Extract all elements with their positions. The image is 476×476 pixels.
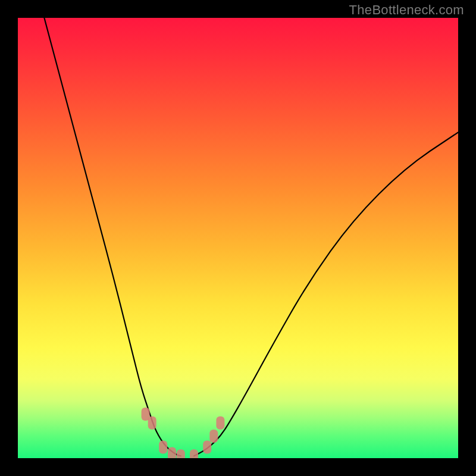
right-arm-path	[194, 132, 458, 456]
basin-marker	[209, 430, 218, 443]
basin-marker	[190, 449, 198, 458]
basin-markers-group	[142, 408, 225, 458]
basin-marker	[203, 441, 211, 454]
basin-marker	[168, 447, 176, 458]
chart-frame: TheBottleneck.com	[0, 0, 476, 476]
curve-overlay	[18, 18, 458, 458]
basin-marker	[216, 416, 224, 430]
left-arm-path	[44, 18, 180, 456]
watermark-text: TheBottleneck.com	[349, 2, 464, 18]
basin-marker	[148, 416, 156, 430]
basin-marker	[177, 449, 185, 458]
plot-area	[18, 18, 458, 458]
basin-marker	[159, 441, 167, 454]
